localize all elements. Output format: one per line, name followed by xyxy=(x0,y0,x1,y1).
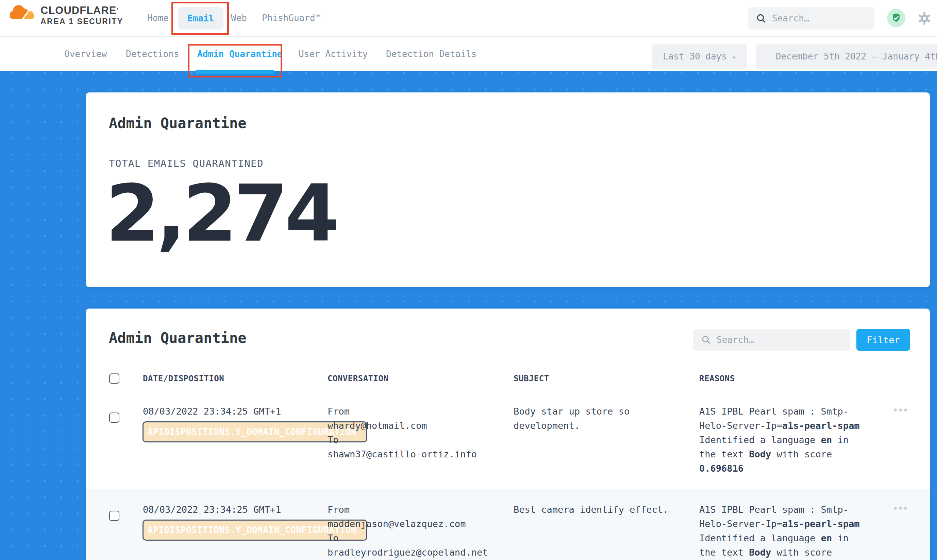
subject-text: Best camera identify effect. xyxy=(514,503,684,517)
table-header-row: DATE/DISPOSITIONCONVERSATIONSUBJECTREASO… xyxy=(86,366,930,391)
table-search-input[interactable] xyxy=(716,334,833,345)
reason-segment: with score xyxy=(771,547,832,558)
quarantine-card: Admin Quarantine Filter DATE/DISPOSITION… xyxy=(86,309,930,560)
summary-card: Admin Quarantine TOTAL EMAILS QUARANTINE… xyxy=(86,92,930,287)
table-body: 08/03/2022 23:34:25 GMT+1APIDISPOSITIONS… xyxy=(86,391,930,560)
row-menu-ellipsis[interactable] xyxy=(891,391,930,411)
header-search xyxy=(748,7,874,29)
reason-bold-segment: a1s-pearl-spam xyxy=(782,518,860,529)
content-area: Admin Quarantine TOTAL EMAILS QUARANTINE… xyxy=(0,70,937,560)
table-row[interactable]: 08/03/2022 23:34:25 GMT+1APIDISPOSITIONS… xyxy=(86,391,930,489)
from-label: From xyxy=(327,503,514,517)
reason-segment: Identified a language xyxy=(699,533,821,543)
column-header-reasons: REASONS xyxy=(699,374,891,383)
nav-item-home[interactable]: Home xyxy=(147,0,169,36)
to-address: shawn37@castillo-ortiz.info xyxy=(327,447,514,462)
reason-bold-segment: Body xyxy=(749,547,771,558)
conversation-cell: Fromwhardy@hotmail.comToshawn37@castillo… xyxy=(327,391,514,489)
subject-text: Body star up store so development. xyxy=(514,405,684,433)
conversation-cell: Frommaddenjason@velazquez.comTobradleyro… xyxy=(327,489,514,560)
nav-item-email[interactable]: Email xyxy=(178,7,224,29)
brand-subtitle: AREA 1 SECURITY xyxy=(40,17,123,26)
tab-admin-quarantine[interactable]: Admin Quarantine xyxy=(197,37,282,71)
date-range-dropdown-label: Last 30 days xyxy=(663,51,727,62)
subject-cell: Best camera identify effect. xyxy=(514,489,699,560)
reason-bold-segment: 0.696816 xyxy=(699,463,744,474)
column-header-conversation: CONVERSATION xyxy=(327,374,514,383)
tab-overview[interactable]: Overview xyxy=(64,37,107,71)
row-datetime: 08/03/2022 23:34:25 GMT+1 xyxy=(143,503,327,517)
to-label: To xyxy=(327,433,514,447)
ellipsis-dot xyxy=(904,408,907,411)
reasons-text: A1S IPBL Pearl spam : Smtp-Helo-Server-I… xyxy=(699,405,863,476)
header-search-input[interactable] xyxy=(771,13,858,24)
chevron-down-icon: ▾ xyxy=(732,53,736,61)
table-search xyxy=(693,329,850,351)
ellipsis-dot xyxy=(894,507,897,510)
reason-bold-segment: en xyxy=(821,533,832,543)
from-label: From xyxy=(327,405,514,418)
row-datetime: 08/03/2022 23:34:25 GMT+1 xyxy=(143,405,327,418)
reasons-cell: A1S IPBL Pearl spam : Smtp-Helo-Server-I… xyxy=(699,489,891,560)
row-actions-cell xyxy=(891,391,930,489)
reasons-text: A1S IPBL Pearl spam : Smtp-Helo-Server-I… xyxy=(699,503,863,560)
brand-name: CLOUDFLARE’ xyxy=(40,5,123,17)
shield-check-icon xyxy=(891,12,902,24)
protection-status-badge[interactable] xyxy=(887,9,905,27)
reason-bold-segment: Body xyxy=(749,449,771,459)
reason-segment: Identified a language xyxy=(699,435,821,445)
settings-gear-icon[interactable] xyxy=(917,11,932,26)
subnav: OverviewDetectionsAdmin QuarantineUser A… xyxy=(0,36,937,71)
column-header-date-disposition: DATE/DISPOSITION xyxy=(143,374,327,383)
row-checkbox[interactable] xyxy=(109,511,119,521)
column-header-subject: SUBJECT xyxy=(514,374,699,383)
ellipsis-dot xyxy=(899,507,902,510)
page: CLOUDFLARE’ AREA 1 SECURITY HomeEmailWeb… xyxy=(0,0,937,560)
row-actions-cell xyxy=(891,489,930,560)
quarantine-card-title: Admin Quarantine xyxy=(109,329,247,346)
tab-detections[interactable]: Detections xyxy=(126,37,179,71)
filter-button[interactable]: Filter xyxy=(857,329,910,351)
reason-bold-segment: en xyxy=(821,435,832,445)
quarantine-table: DATE/DISPOSITIONCONVERSATIONSUBJECTREASO… xyxy=(86,366,930,560)
trademark-mark: ’ xyxy=(117,7,119,14)
metric-label: TOTAL EMAILS QUARANTINED xyxy=(109,158,264,169)
reason-bold-segment: a1s-pearl-spam xyxy=(782,420,860,431)
to-address: bradleyrodriguez@copeland.net xyxy=(327,545,514,560)
search-icon xyxy=(756,13,767,24)
cloudflare-cloud-icon xyxy=(9,2,36,22)
row-checkbox-cell xyxy=(109,489,143,560)
active-tab-underline xyxy=(196,70,274,74)
reasons-cell: A1S IPBL Pearl spam : Smtp-Helo-Server-I… xyxy=(699,391,891,489)
table-row[interactable]: 08/03/2022 23:34:25 GMT+1APIDISPOSITIONS… xyxy=(86,489,930,560)
summary-card-title: Admin Quarantine xyxy=(109,115,247,131)
metric-value: 2,274 xyxy=(105,175,336,253)
date-range-display[interactable]: December 5th 2022 — January 4th 2023 xyxy=(756,44,937,69)
nav-item-web[interactable]: Web xyxy=(231,0,247,36)
row-menu-ellipsis[interactable] xyxy=(891,489,930,510)
ellipsis-dot xyxy=(904,507,907,510)
from-address: whardy@hotmail.com xyxy=(327,418,514,433)
row-checkbox[interactable] xyxy=(109,412,119,423)
ellipsis-dot xyxy=(894,408,897,411)
from-address: maddenjason@velazquez.com xyxy=(327,517,514,531)
select-all-checkbox[interactable] xyxy=(109,374,119,384)
to-label: To xyxy=(327,531,514,545)
brand-text: CLOUDFLARE’ AREA 1 SECURITY xyxy=(40,2,123,26)
search-icon xyxy=(701,335,711,345)
tab-user-activity[interactable]: User Activity xyxy=(299,37,368,71)
app-header: CLOUDFLARE’ AREA 1 SECURITY HomeEmailWeb… xyxy=(0,0,937,36)
cloudflare-logo[interactable]: CLOUDFLARE’ AREA 1 SECURITY xyxy=(9,2,123,26)
nav-item-phishguard[interactable]: PhishGuard™ xyxy=(262,0,320,36)
date-range-dropdown[interactable]: Last 30 days▾ xyxy=(652,44,747,69)
ellipsis-dot xyxy=(899,408,902,411)
subject-cell: Body star up store so development. xyxy=(514,391,699,489)
row-checkbox-cell xyxy=(109,391,143,489)
reason-segment: with score xyxy=(771,449,832,459)
tab-detection-details[interactable]: Detection Details xyxy=(386,37,477,71)
